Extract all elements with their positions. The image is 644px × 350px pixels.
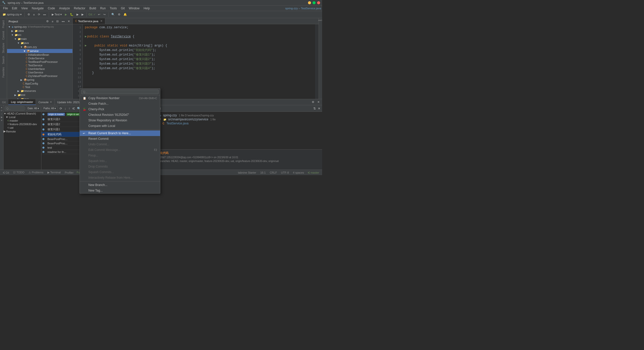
tree-item-appconfig[interactable]: C AppConfig bbox=[7, 82, 72, 85]
tree-item-comzzy[interactable]: ▼ 📦 com.zzy bbox=[7, 45, 72, 49]
tree-item-spring-zzy[interactable]: ▼ ◈ spring-zzy D:\workspace2\spring-zzy bbox=[7, 25, 72, 29]
list-toolbar-btn[interactable]: ≡ bbox=[32, 13, 36, 17]
minimize-button[interactable] bbox=[308, 1, 311, 4]
branch-master[interactable]: ⑆ master bbox=[4, 119, 41, 122]
ctx-copy-revision[interactable]: 📋 Copy Revision Number Ctrl+Alt+Shift+C bbox=[80, 95, 160, 101]
menu-code[interactable]: Code bbox=[46, 6, 57, 11]
menu-git[interactable]: Git bbox=[119, 6, 127, 11]
statusbar-profiler[interactable]: Profiler bbox=[64, 171, 75, 174]
menu-window[interactable]: Window bbox=[127, 6, 142, 11]
undo-btn[interactable]: ↩ bbox=[97, 12, 101, 17]
commit-tab[interactable]: Commit bbox=[2, 30, 5, 41]
tree-item-testservice[interactable]: C TestService bbox=[7, 64, 72, 67]
push-btn[interactable]: ↑ bbox=[68, 106, 71, 111]
settings-btn[interactable]: ⚙ bbox=[117, 12, 121, 17]
ctx-search-input[interactable] bbox=[81, 90, 159, 94]
search-everywhere-btn[interactable]: 🔍 bbox=[110, 12, 116, 17]
bottom-icon2[interactable]: ↕ bbox=[1, 113, 2, 115]
tree-item-java[interactable]: ▼ 📁 java bbox=[7, 41, 72, 45]
statusbar-encoding[interactable]: UTF-8 bbox=[280, 171, 290, 174]
close-button[interactable] bbox=[317, 1, 320, 4]
ctx-revert-commit[interactable]: Revert Commit bbox=[80, 136, 160, 142]
dots-toolbar-btn[interactable]: ••• bbox=[42, 13, 47, 17]
statusbar-indent[interactable]: 4 spaces bbox=[292, 171, 305, 174]
project-dots-btn[interactable]: ••• bbox=[61, 19, 66, 23]
ctx-cherry-pick[interactable]: 🍒 Cherry-Pick bbox=[80, 106, 160, 112]
bottom-icon1[interactable]: ⟳ bbox=[1, 110, 3, 112]
bottom-icon3[interactable]: ▶ bbox=[1, 116, 3, 118]
detail-root[interactable]: ▼ ◈ spring-zzy 1 file D:\workspace2\spri… bbox=[154, 113, 320, 117]
ctx-show-repository[interactable]: Show Repository at Revision bbox=[80, 118, 160, 123]
tree-item-spring[interactable]: ▶ 📦 spring bbox=[7, 78, 72, 82]
profile-btn[interactable]: ▶ bbox=[81, 12, 85, 17]
menu-help[interactable]: Help bbox=[142, 6, 152, 11]
tab-close-btn[interactable]: ✕ bbox=[100, 19, 102, 23]
coverage-btn[interactable]: ▶ bbox=[75, 12, 80, 17]
paths-filter[interactable]: Paths: All ▾ bbox=[42, 106, 58, 111]
structure-tab[interactable]: Structure bbox=[2, 42, 5, 54]
code-editor[interactable]: package com.zzy.service; ▶public class T… bbox=[83, 24, 315, 99]
statusbar-terminal[interactable]: ▶ Terminal bbox=[46, 171, 62, 174]
statusbar-position[interactable]: 16:1 bbox=[259, 171, 267, 174]
branch-remote-header[interactable]: ▶ Remote bbox=[4, 129, 41, 133]
project-tab[interactable]: Project bbox=[2, 19, 5, 29]
date-filter[interactable]: Date: All ▾ bbox=[26, 106, 41, 111]
ctx-compare-local[interactable]: Compare with Local bbox=[80, 123, 160, 129]
tree-item-main[interactable]: ▼ 📁 main bbox=[7, 37, 72, 41]
search-tab[interactable]: Search bbox=[2, 55, 5, 65]
tree-item-orderservice[interactable]: C OrderService bbox=[7, 57, 72, 60]
tree-item-test-class[interactable]: C Test bbox=[7, 85, 72, 89]
branch-head[interactable]: ▼ HEAD (Current Branch) bbox=[4, 112, 41, 115]
project-close-btn[interactable]: ✕ bbox=[67, 19, 71, 23]
bottom-settings-btn[interactable]: ⚙ bbox=[311, 100, 315, 104]
tab-console[interactable]: Console ✕ bbox=[36, 99, 55, 105]
maximize-button[interactable] bbox=[313, 1, 316, 4]
detail-file[interactable]: C TestService.java bbox=[154, 121, 320, 125]
menu-tools[interactable]: Tools bbox=[108, 6, 119, 11]
tree-item-userservice[interactable]: C UserService bbox=[7, 71, 72, 74]
refresh-btn[interactable]: ⟳ bbox=[59, 106, 63, 111]
tree-item-initbean[interactable]: C InitializationBean bbox=[7, 53, 72, 57]
bottom-icon4[interactable]: ▼ bbox=[1, 119, 3, 122]
aws-icon[interactable]: AWS bbox=[318, 19, 322, 21]
statusbar-problems[interactable]: ⚠ Problems bbox=[28, 171, 45, 174]
favorites-tab[interactable]: Favorites bbox=[2, 66, 5, 78]
ctx-reset-current-branch[interactable]: ↩ Reset Current Branch to Here... bbox=[80, 130, 160, 136]
statusbar-todo[interactable]: ☑ TODO bbox=[12, 171, 25, 174]
menu-edit[interactable]: Edit bbox=[10, 6, 19, 11]
sync-toolbar-btn[interactable]: ⟳ bbox=[37, 12, 41, 17]
detail-collapse-btn[interactable]: ✕ bbox=[317, 106, 321, 111]
detail-expand-btn[interactable]: ⇅ bbox=[313, 106, 317, 111]
editor-tab-testservice[interactable]: C TestService.java ✕ bbox=[73, 18, 105, 24]
ctx-checkout-revision[interactable]: Checkout Revision '912520d7' bbox=[80, 112, 160, 118]
settings-toolbar-btn[interactable]: ⚙ bbox=[27, 12, 31, 17]
project-settings-btn[interactable]: ⚙ bbox=[45, 19, 50, 23]
detail-subtree[interactable]: ▼ 📁 src\main\java\com\zzy\service 1 file bbox=[154, 117, 320, 121]
branch-btn[interactable]: ⑆ bbox=[72, 106, 75, 111]
tree-item-java2[interactable]: ▶ 📁 java bbox=[7, 97, 72, 99]
tree-item-resources[interactable]: ▶ 📁 resources bbox=[7, 89, 72, 93]
statusbar-crlf[interactable]: CRLF bbox=[269, 171, 278, 174]
notifications-btn[interactable]: 🔔 bbox=[122, 12, 128, 17]
fetch-btn[interactable]: ↓ bbox=[64, 106, 67, 111]
debug-btn[interactable]: 🐛 bbox=[69, 12, 74, 17]
menu-file[interactable]: File bbox=[1, 6, 10, 11]
run-config-dropdown[interactable]: ▶ Test ▾ bbox=[51, 12, 63, 17]
project-dropdown[interactable]: 📁 spring-zzy ▾ bbox=[2, 12, 23, 17]
menu-build[interactable]: Build bbox=[87, 6, 98, 11]
branch-local-header[interactable]: ▼ Local bbox=[4, 115, 41, 119]
tree-item-src[interactable]: ▼ 📁 src bbox=[7, 33, 72, 37]
statusbar-tabnine[interactable]: tabnine Starter bbox=[237, 171, 257, 174]
tree-item-zzyvaluepost[interactable]: C ZzyValuePostProcessor bbox=[7, 74, 72, 78]
tree-item-test-folder[interactable]: ▶ 📁 test bbox=[7, 93, 72, 97]
tree-item-idea[interactable]: ▶ 📁 .idea bbox=[7, 29, 72, 33]
tree-item-service[interactable]: ▼ 📦 service bbox=[7, 49, 72, 53]
ctx-create-patch[interactable]: Create Patch... bbox=[80, 101, 160, 106]
branch-feature[interactable]: ⑆ feature-20230630-dev bbox=[4, 122, 41, 126]
menu-analyze[interactable]: Analyze bbox=[57, 6, 72, 11]
branch-uat[interactable]: ⑆ uat bbox=[4, 126, 41, 129]
tree-item-userinterface[interactable]: C UserInterface bbox=[7, 67, 72, 71]
menu-navigate[interactable]: Navigate bbox=[30, 6, 46, 11]
tab-git-log[interactable]: Log: origin/master bbox=[8, 99, 36, 105]
statusbar-git[interactable]: ⑆ Git bbox=[2, 171, 10, 174]
